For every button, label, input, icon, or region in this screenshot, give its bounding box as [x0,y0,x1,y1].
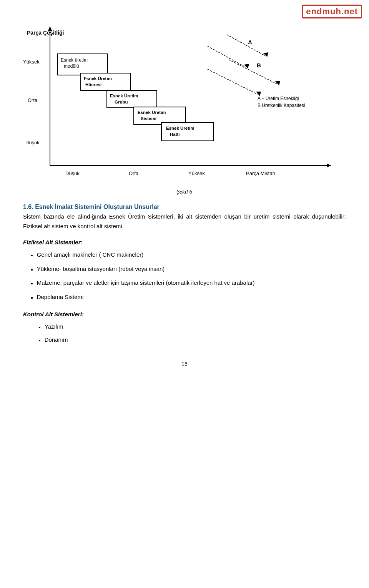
list-item-yazilim: Yazılım [38,322,346,332]
svg-text:Düşük: Düşük [25,140,40,145]
svg-rect-15 [81,73,131,90]
section-number: 1.6. [23,204,33,210]
subsection-fiziksel-title: Fiziksel Alt Sistemler: [23,238,346,247]
svg-line-32 [208,69,258,94]
svg-text:A: A [248,39,252,45]
svg-rect-21 [134,107,186,124]
diagram-figure: Parça Çeşitliği Yüksek Orta Düşük Düşük … [12,23,357,185]
svg-text:B: B [257,62,261,68]
svg-text:Esnek üretim: Esnek üretim [61,57,88,63]
svg-marker-30 [244,64,249,68]
svg-text:Yüksek: Yüksek [188,170,205,176]
svg-text:Sistemi: Sistemi [141,116,156,121]
svg-line-33 [229,60,277,84]
svg-text:Esnek Üretim: Esnek Üretim [138,110,166,115]
figure-caption: Şekil 6 [12,189,357,195]
svg-text:Orta: Orta [129,170,139,176]
svg-text:B   Üretkenlik Kapasitesi: B Üretkenlik Kapasitesi [258,103,305,108]
subsection-kontrol-title: Kontrol Alt Sistemleri: [23,310,346,319]
svg-text:Fsnek Üretim: Fsnek Üretim [84,76,112,81]
svg-line-27 [208,46,246,67]
svg-text:Esnek Üretim: Esnek Üretim [110,94,138,98]
list-item-yukleme: Yükleme- boşaltma istasyonları (robot ve… [31,264,346,275]
kontrol-list: Yazılım Donanım [38,322,346,346]
svg-text:Yüksek: Yüksek [23,59,40,65]
svg-text:modülü: modülü [64,63,79,69]
svg-text:A – Üretim Esnekliği: A – Üretim Esnekliği [258,96,299,101]
page-number: 15 [0,361,369,375]
svg-text:Esnek Üretim: Esnek Üretim [166,126,194,130]
svg-rect-18 [107,90,157,108]
svg-text:Parça Miktarı: Parça Miktarı [246,170,276,176]
svg-text:Düşük: Düşük [65,170,80,176]
section-heading: 1.6. Esnek İmalat Sistemini Oluşturan Un… [23,202,346,212]
svg-line-28 [227,35,265,56]
main-content: 1.6. Esnek İmalat Sistemini Oluşturan Un… [23,202,346,346]
list-item-malzeme: Malzeme, parçalar ve aletler için taşıma… [31,278,346,289]
section-title: Esnek İmalat Sistemini Oluşturan Unsurla… [35,204,160,210]
list-item-depolama: Depolama Sistemi [31,292,346,303]
svg-marker-29 [263,52,268,57]
svg-text:Grubu: Grubu [115,100,128,104]
fiziksel-list: Genel amaçlı makineler ( CNC makineler) … [31,250,346,302]
svg-text:Orta: Orta [28,97,38,103]
list-item-donanim: Donanım [38,335,346,346]
svg-text:Hattı: Hattı [170,132,180,137]
diagram-container: Parça Çeşitliği Yüksek Orta Düşük Düşük … [12,23,357,195]
svg-text:Hücresi: Hücresi [85,82,101,87]
svg-rect-24 [161,122,213,141]
intro-paragraph: Sistem bazında ele alındığında Esnek Üre… [23,212,346,231]
svg-text:Parça Çeşitliği: Parça Çeşitliği [27,30,64,36]
svg-marker-2 [327,164,331,167]
list-item-cnc: Genel amaçlı makineler ( CNC makineler) [31,250,346,261]
site-logo: endmuh.net [302,5,362,18]
